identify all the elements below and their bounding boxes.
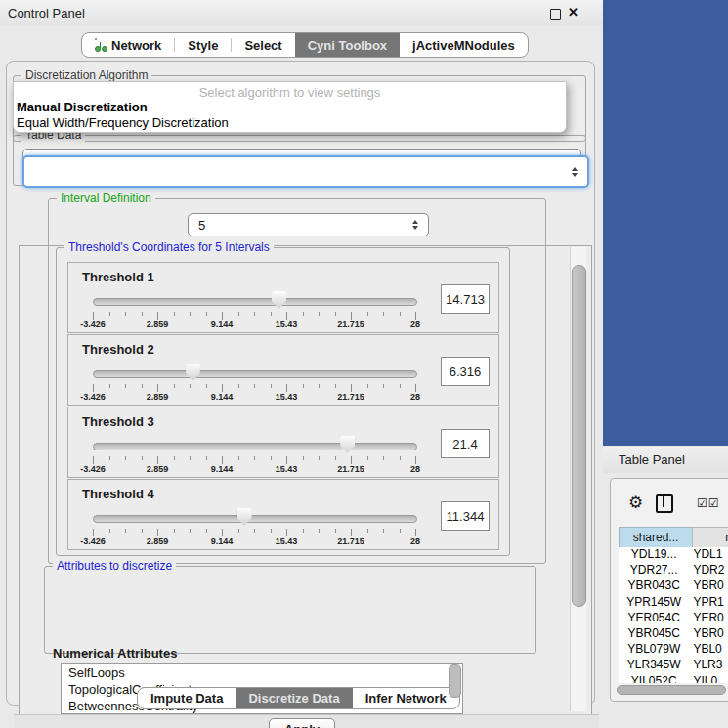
threshold-value-field[interactable]: 21.4: [441, 429, 490, 458]
attribute-item[interactable]: SelfLoops: [68, 665, 125, 680]
group-title: Attributes to discretize: [53, 559, 176, 573]
tick-mark: [367, 529, 368, 533]
slider-knob[interactable]: [237, 508, 252, 526]
split-view-icon[interactable]: [656, 494, 673, 513]
tick-mark: [238, 312, 239, 316]
tick-mark: [319, 384, 320, 388]
tick-mark: [222, 384, 223, 392]
threshold-panel-3: Threshold 3-3.4262.8599.14415.4321.71528…: [67, 407, 499, 478]
tick-mark: [174, 312, 175, 316]
popup-option[interactable]: Equal Width/Frequency Discretization: [17, 115, 229, 130]
apply-button[interactable]: Apply: [269, 718, 335, 728]
tick-mark: [190, 456, 191, 460]
tick-mark: [206, 384, 207, 388]
table-row[interactable]: YBR043CYBR0: [619, 578, 728, 594]
threshold-label: Threshold 4: [82, 487, 154, 501]
algorithm-dropdown-popup: Select algorithm to view settings Manual…: [13, 81, 567, 133]
tick-label: 28: [394, 464, 437, 474]
table-row[interactable]: YIL052CYIL0: [619, 674, 728, 683]
slider-track[interactable]: [93, 443, 417, 450]
slider-knob[interactable]: [186, 364, 200, 381]
table-row[interactable]: YER054CYER0: [619, 611, 728, 626]
number-of-intervals-spinner[interactable]: 5: [188, 213, 429, 236]
tab-infer-network[interactable]: Infer Network: [353, 688, 459, 708]
table-row[interactable]: YDR27...YDR2: [619, 563, 728, 578]
tick-label: 9.144: [200, 392, 243, 402]
vertical-scrollbar-thumb[interactable]: [572, 265, 586, 607]
tick-mark: [400, 384, 401, 388]
horizontal-scrollbar-thumb[interactable]: [617, 685, 726, 695]
gear-icon[interactable]: ⚙: [628, 492, 643, 513]
combo-stepper-icon: [567, 167, 582, 177]
table-row[interactable]: YPR145WYPR1: [619, 595, 728, 611]
tick-mark: [142, 456, 143, 460]
tab-cyni-toolbox[interactable]: Cyni Toolbox: [295, 33, 400, 57]
column-header-name[interactable]: n: [692, 527, 728, 548]
tick-label: 15.43: [265, 536, 308, 546]
attributes-group: Attributes to discretize: [44, 566, 536, 654]
tick-label: 2.859: [136, 392, 179, 402]
checkbox-columns-icon[interactable]: ☑☑: [697, 496, 720, 510]
table-row[interactable]: YBL079WYBL0: [619, 642, 728, 658]
tab-network[interactable]: Network: [82, 33, 174, 57]
screen: Control Panel ✕ NetworkStyleSelectCyni T…: [0, 0, 728, 728]
tick-mark: [190, 312, 191, 316]
tick-mark: [271, 312, 272, 316]
algorithm-combobox[interactable]: [22, 155, 589, 188]
table-row[interactable]: YLR345WYLR3: [619, 658, 728, 673]
slider-track[interactable]: [93, 370, 417, 378]
tick-label: -3.426: [71, 464, 114, 474]
tab-impute-data[interactable]: Impute Data: [138, 688, 236, 708]
slider-track[interactable]: [93, 515, 417, 523]
tick-mark: [415, 456, 416, 464]
tick-mark: [93, 529, 94, 536]
tab-jactivemnodules[interactable]: jActiveMNodules: [400, 33, 528, 57]
tick-mark: [400, 456, 401, 460]
slider-knob[interactable]: [340, 436, 355, 453]
float-window-icon[interactable]: [550, 9, 561, 20]
tick-mark: [335, 384, 336, 388]
tab-select[interactable]: Select: [232, 33, 294, 57]
threshold-label: Threshold 1: [82, 270, 154, 284]
tick-mark: [190, 384, 191, 388]
tab-discretize-data[interactable]: Discretize Data: [236, 688, 352, 708]
tick-label: -3.426: [71, 320, 114, 329]
tick-mark: [303, 312, 304, 316]
threshold-value-field[interactable]: 6.316: [441, 357, 490, 386]
tick-mark: [190, 529, 191, 533]
threshold-value-field[interactable]: 11.344: [441, 501, 490, 531]
tick-mark: [351, 384, 352, 392]
tick-mark: [319, 529, 320, 533]
tick-label: 9.144: [200, 320, 243, 329]
popup-option[interactable]: Manual Discretization: [17, 100, 148, 114]
tick-mark: [254, 529, 255, 533]
close-icon[interactable]: ✕: [568, 5, 578, 20]
tick-mark: [93, 384, 94, 392]
tick-mark: [238, 456, 239, 460]
column-header-shared[interactable]: shared...: [619, 527, 693, 548]
attributes-list-scrollbar-thumb[interactable]: [449, 664, 461, 698]
tick-mark: [415, 529, 416, 536]
tick-mark: [174, 529, 175, 533]
tick-label: 2.859: [136, 464, 179, 474]
group-title: Threshold's Coordinates for 5 Intervals: [64, 240, 274, 254]
tick-mark: [109, 456, 110, 460]
slider-knob[interactable]: [272, 291, 286, 309]
table-row[interactable]: YBR045CYBR0: [619, 626, 728, 642]
tab-style[interactable]: Style: [175, 33, 231, 57]
table-row[interactable]: YDL19...YDL1: [619, 547, 728, 563]
threshold-value-field[interactable]: 14.713: [441, 284, 490, 314]
tick-mark: [335, 529, 336, 533]
slider-track[interactable]: [93, 298, 417, 306]
tick-mark: [174, 384, 175, 388]
tick-mark: [238, 384, 239, 388]
intervals-value: 5: [189, 218, 407, 233]
tick-mark: [351, 529, 352, 536]
table-panel-titlebar: Table Panel: [603, 447, 728, 473]
group-title: Interval Definition: [57, 192, 155, 205]
tick-mark: [286, 384, 287, 392]
tick-mark: [335, 312, 336, 316]
tick-mark: [383, 312, 384, 316]
tick-mark: [222, 529, 223, 536]
cyni-toolbox-panel: Discretization Algorithm Table Data galF…: [6, 61, 595, 706]
